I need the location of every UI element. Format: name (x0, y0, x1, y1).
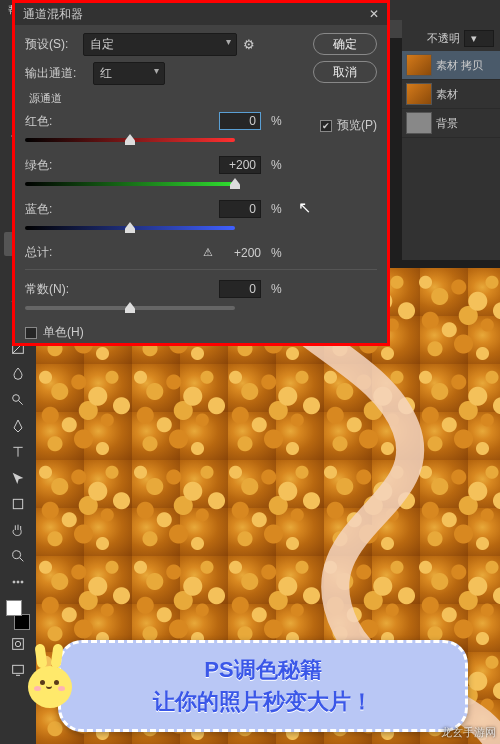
percent-label: % (271, 202, 285, 216)
opacity-label: 不透明 (427, 31, 460, 46)
monochrome-label: 单色(H) (43, 324, 84, 341)
layer-row-copy[interactable]: 素材 拷贝 (402, 51, 500, 80)
callout-bubble: PS调色秘籍 让你的照片秒变大片！ (58, 640, 468, 732)
dialog-title-text: 通道混和器 (23, 6, 83, 23)
green-label: 绿色: (25, 157, 69, 174)
svg-point-5 (13, 551, 21, 559)
tool-blur[interactable] (4, 362, 32, 386)
blue-label: 蓝色: (25, 201, 69, 218)
svg-point-8 (21, 581, 23, 583)
ok-button[interactable]: 确定 (313, 33, 377, 55)
blue-input[interactable] (219, 200, 261, 218)
tool-rect[interactable] (4, 492, 32, 516)
total-label: 总计: (25, 244, 69, 261)
layer-thumb-icon (406, 112, 432, 134)
tool-hand[interactable] (4, 518, 32, 542)
layers-panel: 不透明 ▾ 素材 拷贝 素材 背景 (402, 0, 500, 260)
layer-row-bg[interactable]: 背景 (402, 109, 500, 138)
color-swatches[interactable] (4, 600, 32, 630)
dialog-titlebar[interactable]: 通道混和器 ✕ (15, 3, 387, 25)
output-channel-select[interactable]: 红 (93, 62, 165, 85)
total-value: +200 (219, 246, 261, 260)
tool-type[interactable] (4, 440, 32, 464)
layer-thumb-icon (406, 83, 432, 105)
layer-name: 素材 (436, 87, 458, 102)
opacity-select[interactable]: ▾ (464, 30, 494, 47)
percent-label: % (271, 282, 285, 296)
preview-label: 预览(P) (337, 117, 377, 134)
close-icon[interactable]: ✕ (369, 7, 379, 21)
layer-thumb-icon (406, 54, 432, 76)
constant-label: 常数(N): (25, 281, 81, 298)
divider (25, 269, 377, 270)
layer-row-src[interactable]: 素材 (402, 80, 500, 109)
percent-label: % (271, 158, 285, 172)
svg-point-7 (17, 581, 19, 583)
red-label: 红色: (25, 113, 69, 130)
preset-select[interactable]: 自定 (83, 33, 237, 56)
red-slider[interactable] (25, 132, 235, 146)
preset-label: 预设(S): (25, 36, 77, 53)
layer-name: 背景 (436, 116, 458, 131)
blue-slider[interactable] (25, 220, 235, 234)
preview-checkbox[interactable]: ✔ (320, 120, 332, 132)
red-input[interactable] (219, 112, 261, 130)
tool-zoom[interactable] (4, 544, 32, 568)
svg-point-6 (13, 581, 15, 583)
cancel-button[interactable]: 取消 (313, 61, 377, 83)
callout-line2: 让你的照片秒变大片！ (153, 687, 373, 717)
gear-icon[interactable]: ⚙ (243, 37, 255, 52)
tool-pen[interactable] (4, 414, 32, 438)
channel-mixer-dialog: 通道混和器 ✕ 预设(S): 自定 ⚙ 输出通道: 红 确定 取消 ✔ 预览(P… (12, 0, 390, 346)
constant-slider[interactable] (25, 300, 235, 314)
green-input[interactable] (219, 156, 261, 174)
tool-path[interactable] (4, 466, 32, 490)
tool-more[interactable] (4, 570, 32, 594)
layer-name: 素材 拷贝 (436, 58, 483, 73)
bunny-icon (22, 644, 78, 714)
callout: PS调色秘籍 让你的照片秒变大片！ (28, 640, 468, 732)
svg-rect-4 (13, 499, 22, 508)
tool-dodge[interactable] (4, 388, 32, 412)
callout-line1: PS调色秘籍 (204, 655, 321, 685)
monochrome-checkbox[interactable] (25, 327, 37, 339)
percent-label: % (271, 114, 285, 128)
constant-input[interactable] (219, 280, 261, 298)
warning-icon: ⚠ (203, 246, 213, 259)
output-channel-label: 输出通道: (25, 65, 87, 82)
green-slider[interactable] (25, 176, 235, 190)
svg-point-3 (13, 395, 20, 402)
watermark: 龙玄手游网 (441, 725, 496, 740)
percent-label: % (271, 246, 285, 260)
svg-point-10 (15, 641, 20, 646)
